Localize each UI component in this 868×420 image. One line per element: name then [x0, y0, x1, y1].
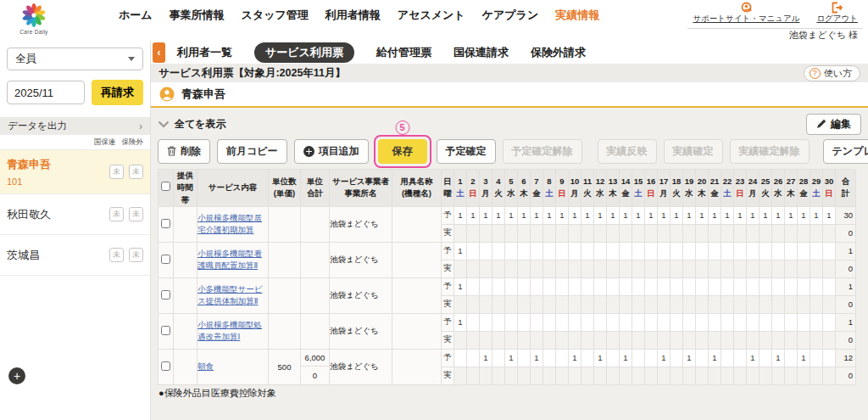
actual-day-cell[interactable] [556, 295, 569, 313]
actual-day-cell[interactable] [556, 224, 569, 242]
plan-day-cell[interactable] [480, 277, 492, 295]
actual-day-cell[interactable] [454, 367, 467, 384]
actual-day-cell[interactable] [594, 224, 607, 242]
plan-day-cell[interactable] [823, 313, 836, 331]
actual-day-cell[interactable] [683, 224, 696, 242]
plan-day-cell[interactable] [734, 277, 747, 295]
plan-day-cell[interactable] [696, 242, 709, 260]
actual-day-cell[interactable] [747, 367, 760, 384]
actual-day-cell[interactable] [645, 367, 658, 384]
actual-day-cell[interactable] [620, 260, 632, 277]
actual-day-cell[interactable] [569, 260, 581, 277]
row-checkbox[interactable] [161, 326, 170, 335]
delete-button[interactable]: 削除 [158, 139, 210, 164]
plan-day-cell[interactable] [798, 277, 810, 295]
plan-day-cell[interactable] [645, 277, 658, 295]
plan-day-cell[interactable]: 1 [454, 277, 467, 295]
row-checkbox[interactable] [161, 290, 170, 300]
plan-day-cell[interactable] [518, 277, 531, 295]
actual-day-cell[interactable] [810, 367, 823, 384]
actual-day-cell[interactable] [607, 224, 620, 242]
actual-day-cell[interactable] [760, 331, 772, 349]
actual-day-cell[interactable] [620, 367, 632, 384]
plan-day-cell[interactable] [810, 349, 823, 367]
plan-day-cell[interactable]: 1 [658, 206, 670, 224]
app-logo[interactable]: Care Daily [10, 3, 58, 35]
actual-day-cell[interactable] [721, 224, 734, 242]
plan-day-cell[interactable] [531, 313, 543, 331]
plan-day-cell[interactable]: 1 [556, 206, 569, 224]
actual-day-cell[interactable] [467, 331, 480, 349]
plan-day-cell[interactable]: 1 [594, 206, 607, 224]
plan-day-cell[interactable]: 1 [747, 206, 760, 224]
plan-day-cell[interactable] [480, 242, 492, 260]
actual-day-cell[interactable] [581, 367, 594, 384]
actual-day-cell[interactable] [823, 331, 836, 349]
actual-day-cell[interactable] [480, 331, 492, 349]
plan-day-cell[interactable] [709, 242, 721, 260]
actual-day-cell[interactable] [709, 295, 721, 313]
plan-day-cell[interactable]: 1 [683, 206, 696, 224]
actual-day-cell[interactable] [505, 295, 518, 313]
plan-day-cell[interactable] [785, 242, 798, 260]
actual-day-cell[interactable] [772, 367, 785, 384]
actual-day-cell[interactable] [721, 295, 734, 313]
actual-day-cell[interactable] [454, 224, 467, 242]
plan-day-cell[interactable] [798, 313, 810, 331]
actual-day-cell[interactable] [518, 260, 531, 277]
actual-day-cell[interactable] [467, 367, 480, 384]
plan-day-cell[interactable] [683, 242, 696, 260]
row-checkbox[interactable] [161, 255, 170, 264]
logout-link[interactable]: ログアウト [816, 2, 858, 25]
actual-day-cell[interactable] [518, 224, 531, 242]
actual-day-cell[interactable] [696, 331, 709, 349]
plan-day-cell[interactable] [556, 349, 569, 367]
plan-day-cell[interactable] [556, 313, 569, 331]
tab[interactable]: 給付管理票 [376, 45, 431, 60]
plan-day-cell[interactable] [594, 313, 607, 331]
actual-day-cell[interactable] [480, 260, 492, 277]
actual-day-cell[interactable] [531, 224, 543, 242]
plan-day-cell[interactable] [531, 242, 543, 260]
plan-day-cell[interactable] [556, 277, 569, 295]
actual-day-cell[interactable] [454, 331, 467, 349]
actual-day-cell[interactable] [454, 260, 467, 277]
plan-day-cell[interactable] [467, 242, 480, 260]
actual-day-cell[interactable] [670, 224, 683, 242]
actual-day-cell[interactable] [760, 224, 772, 242]
plan-day-cell[interactable]: 1 [810, 206, 823, 224]
plan-day-cell[interactable]: 1 [721, 206, 734, 224]
plan-day-cell[interactable] [480, 313, 492, 331]
plan-day-cell[interactable] [581, 277, 594, 295]
plan-day-cell[interactable] [632, 242, 645, 260]
plan-day-cell[interactable] [492, 242, 505, 260]
show-all-toggle[interactable]: 全てを表示 [158, 117, 226, 132]
plan-day-cell[interactable] [670, 349, 683, 367]
plan-day-cell[interactable] [810, 242, 823, 260]
actual-day-cell[interactable] [734, 331, 747, 349]
actual-day-cell[interactable] [798, 260, 810, 277]
actual-day-cell[interactable] [645, 224, 658, 242]
actual-day-cell[interactable] [492, 331, 505, 349]
plan-day-cell[interactable] [620, 313, 632, 331]
actual-day-cell[interactable] [823, 224, 836, 242]
plan-day-cell[interactable] [721, 242, 734, 260]
actual-day-cell[interactable] [518, 295, 531, 313]
actual-day-cell[interactable] [683, 295, 696, 313]
plan-day-cell[interactable] [594, 277, 607, 295]
actual-day-cell[interactable] [518, 367, 531, 384]
plan-day-cell[interactable] [645, 242, 658, 260]
plan-day-cell[interactable] [594, 242, 607, 260]
actual-day-cell[interactable] [620, 295, 632, 313]
plan-day-cell[interactable] [607, 242, 620, 260]
plan-day-cell[interactable] [658, 242, 670, 260]
template-dropdown[interactable]: テンプレート ▼ [823, 139, 868, 164]
actual-day-cell[interactable] [581, 331, 594, 349]
actual-day-cell[interactable] [632, 224, 645, 242]
tab[interactable]: サービス利用票 [254, 42, 354, 63]
actual-day-cell[interactable] [505, 260, 518, 277]
plan-day-cell[interactable]: 1 [696, 206, 709, 224]
actual-day-cell[interactable] [696, 224, 709, 242]
plan-day-cell[interactable] [696, 313, 709, 331]
actual-day-cell[interactable] [760, 260, 772, 277]
